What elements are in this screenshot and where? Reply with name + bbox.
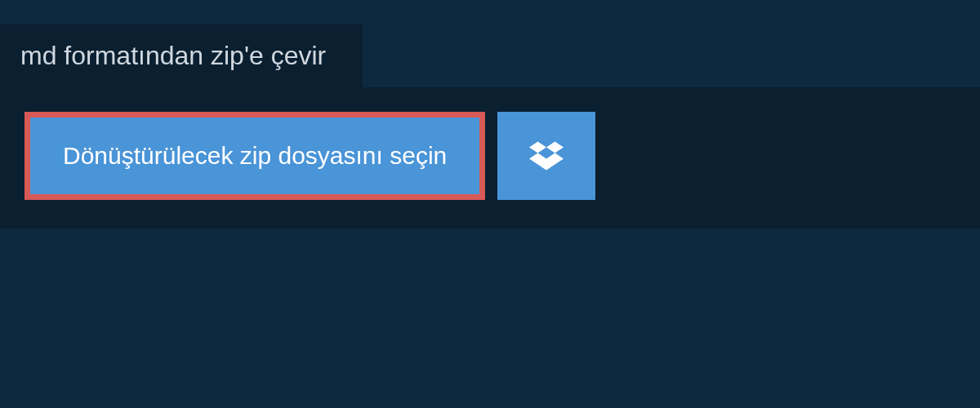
dropbox-icon — [529, 139, 564, 173]
tab-convert[interactable]: md formatından zip'e çevir — [0, 24, 363, 87]
button-row: Dönüştürülecek zip dosyasını seçin — [24, 112, 956, 200]
tab-label: md formatından zip'e çevir — [20, 41, 326, 70]
dropbox-button[interactable] — [497, 112, 595, 200]
tab-container: md formatından zip'e çevir — [0, 24, 980, 87]
select-file-label: Dönüştürülecek zip dosyasını seçin — [63, 142, 447, 170]
select-file-button[interactable]: Dönüştürülecek zip dosyasını seçin — [24, 112, 485, 200]
content-panel: Dönüştürülecek zip dosyasını seçin — [0, 87, 980, 228]
